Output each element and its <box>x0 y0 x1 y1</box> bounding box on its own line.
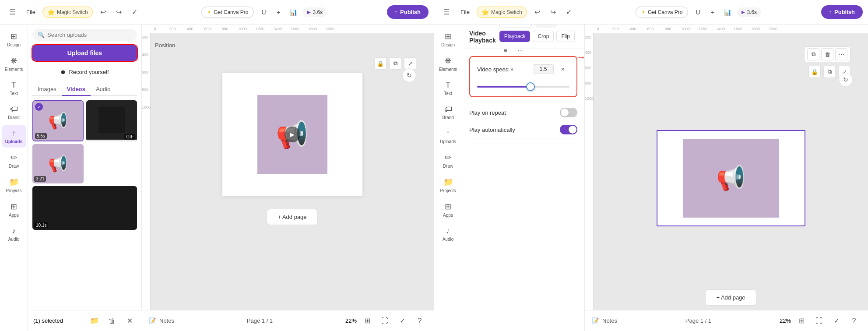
upload-files-button[interactable]: Upload files <box>32 45 137 61</box>
record-yourself-button[interactable]: ⏺ Record yourself <box>32 65 137 79</box>
grid-view-icon-right[interactable]: ⊞ <box>794 314 808 328</box>
plus-icon[interactable]: + <box>272 6 285 18</box>
lock-icon-right[interactable]: 🔒 <box>808 66 821 78</box>
plus-icon-right[interactable]: + <box>706 6 719 18</box>
trash-icon-left[interactable]: 🗑 <box>105 314 119 328</box>
tab-audio[interactable]: Audio <box>91 83 116 95</box>
tab-videos[interactable]: Videos <box>62 83 91 96</box>
undo-btn-right[interactable]: ↩ <box>531 5 545 19</box>
help-icon-right[interactable]: ? <box>847 314 861 328</box>
hamburger-menu[interactable]: ☰ <box>5 5 19 19</box>
play-circle[interactable]: ▶ <box>285 127 300 142</box>
copy-icon[interactable]: ⧉ <box>389 57 401 70</box>
sidebar-item-uploads[interactable]: ↑ Uploads <box>2 125 26 148</box>
refresh-btn-right[interactable]: ↻ <box>839 73 853 87</box>
speed-slider-container <box>477 81 569 91</box>
ruler-mark-200: 200 <box>164 27 181 31</box>
sidebar-item-design[interactable]: ⊞ Design <box>2 28 26 51</box>
media-item-2[interactable]: GIF <box>86 100 137 141</box>
underline-icon-right[interactable]: U <box>692 6 704 18</box>
sidebar-item-projects[interactable]: 📁 Projects <box>2 174 26 197</box>
fit-icon[interactable]: ✓ <box>395 314 409 328</box>
duplicate-icon-right[interactable]: ⧉ <box>807 48 819 60</box>
close-selection-icon[interactable]: ✕ <box>123 314 137 328</box>
playback-btn[interactable]: Playback <box>499 31 531 42</box>
sidebar-item-text-right[interactable]: T Text <box>436 77 460 99</box>
undo-btn[interactable]: ↩ <box>96 5 110 19</box>
copy-icon-right[interactable]: ⧉ <box>823 66 836 78</box>
fit-icon-right[interactable]: ✓ <box>829 314 843 328</box>
ruler-horizontal-right: 0 200 400 600 800 1000 1200 1400 1600 18… <box>585 25 868 33</box>
apps-icon: ⊞ <box>11 202 17 211</box>
lock-icon[interactable]: 🔒 <box>374 57 387 70</box>
expand-icon[interactable]: ⤢ <box>404 57 416 70</box>
sidebar-item-audio-right[interactable]: ♪ Audio <box>436 223 460 245</box>
publish-button-right[interactable]: ↑ Publish <box>821 5 863 19</box>
panel-right: ☰ File ⭐ Magic Switch ↩ ↪ ✓ ✦ Get Canva … <box>434 0 868 331</box>
add-page-button-right[interactable]: + Add page <box>705 289 756 306</box>
duration-badge-right[interactable]: ▶ 3.6s <box>737 7 761 17</box>
search-box[interactable]: 🔍 <box>32 29 137 41</box>
crop-btn[interactable]: Crop <box>533 31 554 42</box>
redo-btn-right[interactable]: ↪ <box>546 5 560 19</box>
sidebar-item-text[interactable]: T Text <box>2 77 26 99</box>
magic-switch-btn[interactable]: ⭐ Magic Switch <box>42 7 93 18</box>
sidebar-item-projects-right[interactable]: 📁 Projects <box>436 174 460 197</box>
duration-badge[interactable]: ▶ 3.6s <box>303 7 327 17</box>
magic-switch-btn-right[interactable]: ⭐ Magic Switch <box>477 7 527 18</box>
grid-view-icon[interactable]: ⊞ <box>360 314 374 328</box>
publish-button[interactable]: ↑ Publish <box>387 5 429 19</box>
sidebar-item-brand-right[interactable]: 🏷 Brand <box>436 101 460 123</box>
fullscreen-icon[interactable]: ⛶ <box>378 314 392 328</box>
topbar-left-section: ☰ File ⭐ Magic Switch ↩ ↪ ✓ <box>5 5 142 19</box>
sidebar-item-apps-right[interactable]: ⊞ Apps <box>436 198 460 221</box>
speed-slider-thumb[interactable] <box>526 82 535 91</box>
sidebar-item-elements[interactable]: ❋ Elements <box>2 53 26 75</box>
sidebar-item-apps[interactable]: ⊞ Apps <box>2 198 26 221</box>
trash-icon-right[interactable]: 🗑 <box>821 48 833 60</box>
media-item-1[interactable]: ✓ 📢 5.5s <box>32 100 84 141</box>
canva-pro-btn[interactable]: ✦ Get Canva Pro <box>201 7 254 18</box>
underline-icon[interactable]: U <box>257 6 270 18</box>
flip-btn[interactable]: Flip <box>556 31 574 42</box>
topbar-right-left: ☰ File ⭐ Magic Switch ↩ ↪ ✓ <box>439 5 576 19</box>
sidebar-item-audio[interactable]: ♪ Audio <box>2 223 26 245</box>
selected-bar: (1) selected 📁 🗑 ✕ <box>28 310 142 331</box>
tab-images[interactable]: Images <box>32 83 62 95</box>
bottom-left-left: 📝 Notes <box>149 317 174 324</box>
sidebar-item-design-right[interactable]: ⊞ Design <box>436 28 460 51</box>
more-icon-right[interactable]: ⋯ <box>835 48 847 60</box>
check-btn[interactable]: ✓ <box>128 5 142 19</box>
sidebar-item-draw-right[interactable]: ✏ Draw <box>436 149 460 172</box>
play-on-repeat-toggle[interactable] <box>560 108 577 117</box>
duration-badge-vp[interactable]: ▶ 3.6s <box>534 25 558 28</box>
share-icon: ↑ <box>395 9 398 15</box>
check-btn-right[interactable]: ✓ <box>562 5 576 19</box>
sidebar-item-uploads-right[interactable]: ↑ Uploads <box>436 125 460 148</box>
chart-icon-right[interactable]: 📊 <box>721 6 734 18</box>
fullscreen-icon-right[interactable]: ⛶ <box>812 314 826 328</box>
uploads-icon-right: ↑ <box>446 129 450 138</box>
add-page-button[interactable]: + Add page <box>267 209 317 225</box>
edit-video-btn[interactable]: Edit video <box>499 25 532 28</box>
ruler-vertical-right: 200 400 600 800 1000 <box>585 33 594 310</box>
video-playback-toolbar: Video Playback Edit video ▶ 3.6s Playbac… <box>462 25 584 49</box>
media-item-3[interactable]: 📢 3:21 <box>32 144 84 183</box>
chart-icon[interactable]: 📊 <box>287 6 299 18</box>
redo-btn[interactable]: ↪ <box>112 5 126 19</box>
folder-icon[interactable]: 📁 <box>88 314 102 328</box>
search-input[interactable] <box>47 32 132 38</box>
file-menu[interactable]: File <box>23 7 39 17</box>
hamburger-menu-right[interactable]: ☰ <box>439 5 453 19</box>
help-icon-left[interactable]: ? <box>413 314 427 328</box>
refresh-btn[interactable]: ↻ <box>402 68 416 82</box>
sidebar-item-draw[interactable]: ✏ Draw <box>2 149 26 172</box>
sidebar-item-brand[interactable]: 🏷 Brand <box>2 101 26 123</box>
file-menu-right[interactable]: File <box>457 7 473 17</box>
sidebar-item-elements-right[interactable]: ❋ Elements <box>436 53 460 75</box>
canva-pro-btn-right[interactable]: ✦ Get Canva Pro <box>636 7 688 18</box>
play-automatically-toggle[interactable] <box>560 125 577 134</box>
speed-close-icon[interactable]: ✕ <box>555 62 569 76</box>
media-item-4[interactable]: 10.1s <box>32 186 137 230</box>
play-on-repeat-label: Play on repeat <box>469 109 506 116</box>
